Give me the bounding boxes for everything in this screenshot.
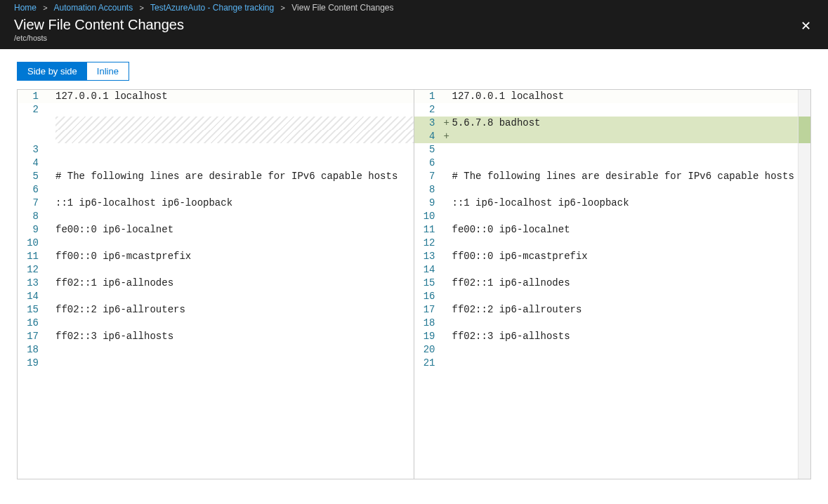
line-number: 9 <box>414 197 444 210</box>
line-text: ::1 ip6-localhost ip6-loopback <box>452 197 811 210</box>
line-number: 17 <box>18 330 47 343</box>
line-text: ::1 ip6-localhost ip6-loopback <box>55 197 414 210</box>
diff-line: 2 <box>414 103 811 117</box>
diff-line: 9fe00::0 ip6-localnet <box>18 223 414 237</box>
diff-sign <box>47 330 55 343</box>
diff-sign <box>444 170 452 183</box>
diff-line: 18 <box>18 343 414 357</box>
line-text: fe00::0 ip6-localnet <box>452 223 811 237</box>
line-text: 5.6.7.8 badhost <box>452 117 811 130</box>
diff-line: 17ff02::3 ip6-allhosts <box>18 330 414 343</box>
diff-line: 7# The following lines are desirable for… <box>414 170 811 183</box>
diff-line: 14 <box>414 263 811 277</box>
diff-sign <box>47 183 55 197</box>
diff-line: 19 <box>18 357 414 370</box>
line-text <box>55 117 414 130</box>
line-number: 7 <box>414 170 444 183</box>
diff-line: 3+5.6.7.8 badhost <box>414 117 811 130</box>
line-number: 6 <box>414 157 444 170</box>
diff-line: 8 <box>414 183 811 197</box>
line-text <box>452 237 811 250</box>
diff-pane-original[interactable]: 1127.0.0.1 localhost2345# The following … <box>18 90 414 479</box>
line-text: 127.0.0.1 localhost <box>452 90 811 103</box>
breadcrumb-tracking[interactable]: TestAzureAuto - Change tracking <box>150 3 274 13</box>
line-number: 3 <box>18 143 47 157</box>
chevron-right-icon: > <box>140 4 144 12</box>
diff-line: 15ff02::1 ip6-allnodes <box>414 277 811 290</box>
line-text: ff02::1 ip6-allnodes <box>55 277 414 290</box>
diff-sign <box>47 317 55 330</box>
line-number: 8 <box>414 183 444 197</box>
line-text <box>55 130 414 143</box>
diff-sign <box>47 223 55 237</box>
line-number: 9 <box>18 223 47 237</box>
diff-line: 6 <box>18 183 414 197</box>
diff-sign <box>444 330 452 343</box>
overview-ruler[interactable] <box>798 90 810 479</box>
diff-line: 4+ <box>414 130 811 143</box>
line-number: 21 <box>414 357 444 370</box>
diff-line: 2 <box>18 103 414 117</box>
diff-line: 11fe00::0 ip6-localnet <box>414 223 811 237</box>
line-number: 15 <box>414 277 444 290</box>
diff-sign <box>47 197 55 210</box>
diff-line: 12 <box>414 237 811 250</box>
line-text <box>452 130 811 143</box>
chevron-right-icon: > <box>43 4 47 12</box>
line-text <box>452 290 811 303</box>
diff-sign <box>444 250 452 263</box>
diff-sign <box>444 317 452 330</box>
diff-sign <box>47 303 55 317</box>
line-number: 7 <box>18 197 47 210</box>
diff-line: 5# The following lines are desirable for… <box>18 170 414 183</box>
line-number: 11 <box>18 250 47 263</box>
diff-sign <box>47 210 55 223</box>
diff-sign <box>444 183 452 197</box>
line-text <box>55 183 414 197</box>
diff-line: 5 <box>414 143 811 157</box>
line-text <box>55 263 414 277</box>
line-number <box>18 130 47 143</box>
line-number: 13 <box>414 250 444 263</box>
line-number: 12 <box>18 263 47 277</box>
diff-line: 4 <box>18 157 414 170</box>
diff-line: 8 <box>18 210 414 223</box>
breadcrumb-home[interactable]: Home <box>14 3 37 13</box>
overview-change-marker <box>799 117 810 143</box>
line-number: 14 <box>18 290 47 303</box>
line-text <box>452 103 811 117</box>
close-icon[interactable]: ✕ <box>796 15 815 37</box>
diff-line: 11ff00::0 ip6-mcastprefix <box>18 250 414 263</box>
line-text <box>55 357 414 370</box>
line-number: 17 <box>414 303 444 317</box>
diff-line: 12 <box>18 263 414 277</box>
diff-line: 1127.0.0.1 localhost <box>414 90 811 103</box>
line-text <box>452 343 811 357</box>
tab-side-by-side[interactable]: Side by side <box>18 62 87 80</box>
line-number: 19 <box>414 330 444 343</box>
breadcrumb-accounts[interactable]: Automation Accounts <box>53 3 133 13</box>
diff-sign <box>47 103 55 117</box>
line-number: 2 <box>18 103 47 117</box>
diff-sign <box>444 290 452 303</box>
line-number: 1 <box>18 90 47 103</box>
line-text <box>452 263 811 277</box>
breadcrumb: Home > Automation Accounts > TestAzureAu… <box>0 0 828 14</box>
topbar: Home > Automation Accounts > TestAzureAu… <box>0 0 828 49</box>
diff-line: 7::1 ip6-localhost ip6-loopback <box>18 197 414 210</box>
diff-sign <box>47 277 55 290</box>
diff-sign <box>47 117 55 130</box>
line-number: 10 <box>18 237 47 250</box>
line-number: 1 <box>414 90 444 103</box>
tab-inline[interactable]: Inline <box>87 62 129 80</box>
line-number: 18 <box>414 317 444 330</box>
line-text <box>55 143 414 157</box>
diff-viewer: 1127.0.0.1 localhost2345# The following … <box>17 89 811 479</box>
line-number: 4 <box>414 130 444 143</box>
line-text <box>452 357 811 370</box>
line-number: 13 <box>18 277 47 290</box>
diff-pane-modified[interactable]: 1127.0.0.1 localhost23+5.6.7.8 badhost4+… <box>414 90 811 479</box>
diff-line: 17ff02::2 ip6-allrouters <box>414 303 811 317</box>
diff-line <box>18 117 414 130</box>
diff-line: 16 <box>414 290 811 303</box>
